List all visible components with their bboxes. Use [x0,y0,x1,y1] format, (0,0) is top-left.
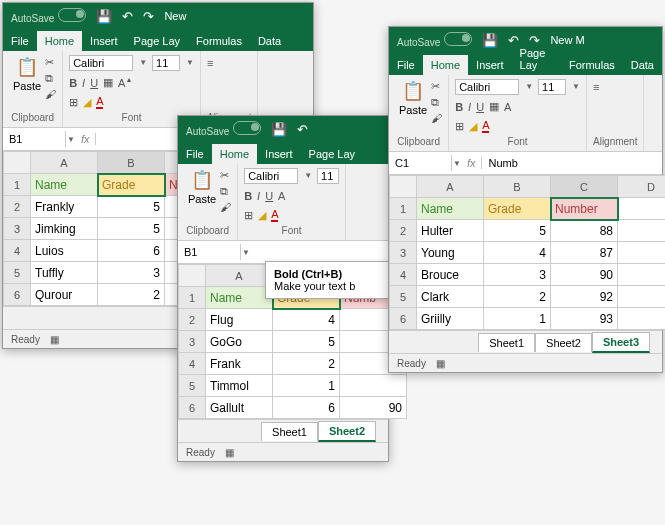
clipboard-icon: 📋 [15,55,39,79]
sheet-tab-2[interactable]: Sheet2 [535,333,592,352]
font-grow-icon[interactable]: A [278,190,285,202]
copy-icon[interactable]: ⧉ [431,96,442,109]
font-grow-icon[interactable]: A▲ [118,76,132,89]
tooltip-bold: Bold (Ctrl+B) Make your text b [265,261,389,299]
font-grow-icon[interactable]: A [504,101,511,113]
font-group: Calibri▼ 11▼ B I U ▦ A ⊞ ◢ A Font [449,75,587,151]
underline-button[interactable]: U [476,101,484,113]
font-color-icon[interactable]: A [482,119,489,133]
tab-formulas[interactable]: Formulas [188,31,250,51]
tab-home[interactable]: Home [37,31,82,51]
font-group: Calibri▼ 11 B I U A ⊞ ◢ A Font [238,164,346,240]
tab-insert[interactable]: Insert [82,31,126,51]
status-bar: Ready▦ [178,442,388,461]
clipboard-icon: 📋 [401,79,425,103]
italic-button[interactable]: I [468,101,471,113]
fill-color-icon[interactable]: ◢ [469,120,477,133]
font-name-select[interactable]: Calibri [69,55,133,71]
autosave-toggle[interactable] [58,8,86,22]
paste-button[interactable]: 📋 Paste [184,166,220,213]
formula-bar: C1 ▼ fx Numb [389,152,662,175]
bold-button[interactable]: B [455,101,463,113]
italic-button[interactable]: I [82,77,85,89]
fill-color-icon[interactable]: ◢ [83,96,91,109]
menu-bar: File Home Insert Page Lay Formulas Data [389,53,662,75]
fx-icon[interactable]: fx [461,157,483,169]
align-icon[interactable]: ≡ [593,81,599,93]
autosave-label: AutoSave [397,32,472,48]
clipboard-group: 📋 Paste ✂ ⧉ 🖌 Clipboard [178,164,238,240]
cut-icon[interactable]: ✂ [45,56,56,69]
cut-icon[interactable]: ✂ [220,169,231,182]
cut-icon[interactable]: ✂ [431,80,442,93]
font-name-select[interactable]: Calibri [455,79,519,95]
font-color-icon[interactable]: A [271,208,278,222]
font-name-select[interactable]: Calibri [244,168,298,184]
macro-icon[interactable]: ▦ [436,358,445,369]
fx-icon[interactable]: fx [75,133,97,145]
name-box[interactable]: C1 [389,155,452,171]
sheet-tab-1[interactable]: Sheet1 [478,333,535,352]
font-size-select[interactable]: 11 [317,168,339,184]
sheet-tabs: Sheet1 Sheet2 Sheet3 [389,330,662,353]
font-color-icon[interactable]: A [96,95,103,109]
clipboard-icon: 📋 [190,168,214,192]
tab-pagelayout[interactable]: Page Lay [301,144,363,164]
tab-data[interactable]: Data [250,31,289,51]
autosave-toggle[interactable] [444,32,472,46]
tab-insert[interactable]: Insert [468,55,512,75]
name-box[interactable]: B1 [178,244,241,260]
autosave-toggle[interactable] [233,121,261,135]
border-icon[interactable]: ⊞ [244,209,253,222]
tab-formulas[interactable]: Formulas [561,55,623,75]
font-size-select[interactable]: 11 [152,55,180,71]
tab-file[interactable]: File [389,55,423,75]
border-button[interactable]: ▦ [103,76,113,89]
format-painter-icon[interactable]: 🖌 [220,201,231,213]
macro-icon[interactable]: ▦ [50,334,59,345]
tab-data[interactable]: Data [623,55,662,75]
tab-file[interactable]: File [178,144,212,164]
sheet-tab-3[interactable]: Sheet3 [592,332,650,353]
save-icon[interactable]: 💾 [482,33,498,48]
fill-color-icon[interactable]: ◢ [258,209,266,222]
border-icon[interactable]: ⊞ [455,120,464,133]
tab-pagelayout[interactable]: Page Lay [512,43,561,75]
underline-button[interactable]: U [90,77,98,89]
tab-home[interactable]: Home [212,144,257,164]
tab-file[interactable]: File [3,31,37,51]
save-icon[interactable]: 💾 [96,9,112,24]
save-icon[interactable]: 💾 [271,122,287,137]
paste-button[interactable]: 📋 Paste [9,53,45,100]
redo-icon[interactable]: ↷ [143,9,154,24]
format-painter-icon[interactable]: 🖌 [45,88,56,100]
font-size-select[interactable]: 11 [538,79,566,95]
tab-home[interactable]: Home [423,55,468,75]
border-button[interactable]: ▦ [489,100,499,113]
autosave-label: AutoSave [11,8,86,24]
bold-button[interactable]: B [69,77,77,89]
copy-icon[interactable]: ⧉ [45,72,56,85]
format-painter-icon[interactable]: 🖌 [431,112,442,124]
border-icon[interactable]: ⊞ [69,96,78,109]
macro-icon[interactable]: ▦ [225,447,234,458]
align-top-icon[interactable]: ≡ [207,57,213,69]
undo-icon[interactable]: ↶ [297,122,308,137]
titlebar: AutoSave 💾 ↶ [178,116,388,142]
formula-input[interactable]: Numb [482,155,662,171]
undo-icon[interactable]: ↶ [122,9,133,24]
grid[interactable]: ABCD 1NameGradeNumber 2Hulter588 3Young4… [389,175,662,330]
bold-button[interactable]: B [244,190,252,202]
paste-button[interactable]: 📋 Paste [395,77,431,124]
titlebar: AutoSave 💾 ↶ ↷ New [3,3,313,29]
name-box[interactable]: B1 [3,131,66,147]
tab-pagelayout[interactable]: Page Lay [126,31,188,51]
copy-icon[interactable]: ⧉ [220,185,231,198]
italic-button[interactable]: I [257,190,260,202]
sheet-tab-2[interactable]: Sheet2 [318,421,376,442]
excel-window-3: AutoSave 💾 ↶ ↷ New M File Home Insert Pa… [388,26,663,373]
clipboard-group: 📋 Paste ✂ ⧉ 🖌 Clipboard [389,75,449,151]
sheet-tab-1[interactable]: Sheet1 [261,422,318,441]
underline-button[interactable]: U [265,190,273,202]
tab-insert[interactable]: Insert [257,144,301,164]
